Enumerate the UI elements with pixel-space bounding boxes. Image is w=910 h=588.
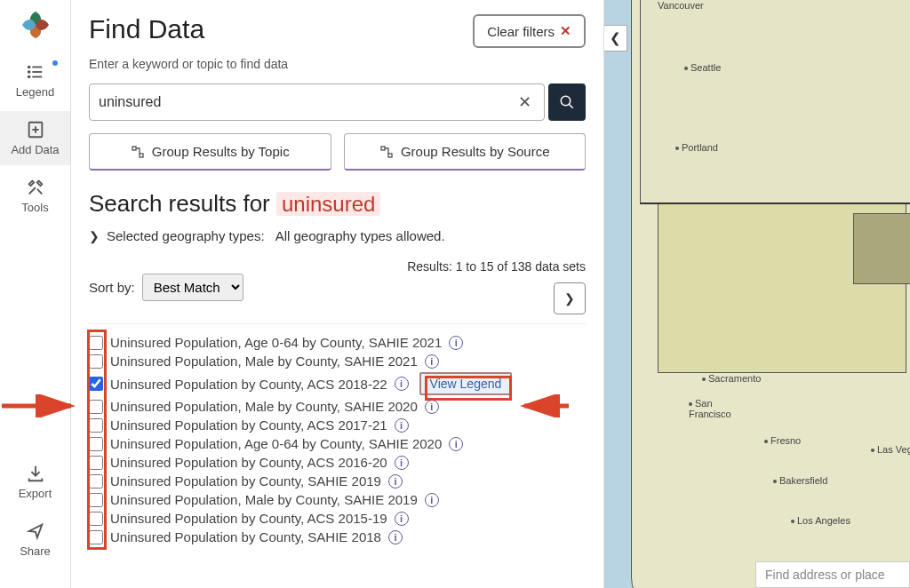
city-label: Portland <box>675 142 718 153</box>
list-item[interactable]: Uninsured Population, Male by County, SA… <box>89 352 586 370</box>
share-icon <box>26 521 45 541</box>
info-icon[interactable]: i <box>425 400 439 414</box>
result-checkbox[interactable] <box>89 437 103 451</box>
sort-label: Sort by: <box>89 280 135 295</box>
next-page-button[interactable]: ❯ <box>554 282 586 314</box>
svg-rect-11 <box>132 147 136 150</box>
group-by-topic-button[interactable]: Group Results by Topic <box>89 133 331 171</box>
result-checkbox[interactable] <box>89 418 103 433</box>
search-button[interactable] <box>548 83 586 121</box>
rail-share[interactable]: Share <box>0 513 70 567</box>
list-item[interactable]: Uninsured Population, Male by County, SA… <box>89 490 586 509</box>
result-label: Uninsured Population by County, ACS 2018… <box>110 377 387 392</box>
rail-share-label: Share <box>20 544 51 558</box>
left-rail: Legend Add Data Tools Export Share <box>0 0 71 588</box>
svg-point-3 <box>28 67 29 68</box>
result-label: Uninsured Population by County, SAHIE 20… <box>110 529 381 544</box>
geocoder-input[interactable]: Find address or place <box>755 561 910 588</box>
result-checkbox[interactable] <box>89 512 103 526</box>
svg-rect-13 <box>381 147 385 150</box>
list-item[interactable]: Uninsured Population by County, ACS 2018… <box>89 370 586 397</box>
list-item[interactable]: Uninsured Population by County, SAHIE 20… <box>89 472 586 490</box>
chevron-right-icon: ❯ <box>89 229 100 243</box>
info-icon[interactable]: i <box>395 418 409 433</box>
result-checkbox[interactable] <box>89 474 103 489</box>
info-icon[interactable]: i <box>449 336 463 350</box>
city-label: Bakersfield <box>773 475 827 486</box>
rail-tools[interactable]: Tools <box>0 169 70 223</box>
info-icon[interactable]: i <box>395 456 409 470</box>
download-icon <box>26 464 45 483</box>
info-icon[interactable]: i <box>425 354 439 369</box>
list-item[interactable]: Uninsured Population by County, ACS 2015… <box>89 509 586 528</box>
results-count: Results: 1 to 15 of 138 data sets <box>407 259 586 274</box>
result-checkbox[interactable] <box>89 456 103 470</box>
city-label: Sacramento <box>702 373 761 384</box>
page-title: Find Data <box>89 14 204 44</box>
group-by-source-button[interactable]: Group Results by Source <box>344 133 587 171</box>
list-item[interactable]: Uninsured Population, Age 0-64 by County… <box>89 434 586 453</box>
chevron-left-icon: ❮ <box>610 30 621 46</box>
collapse-panel-button[interactable]: ❮ <box>604 25 627 52</box>
result-label: Uninsured Population, Male by County, SA… <box>110 492 418 507</box>
info-icon[interactable]: i <box>425 493 439 507</box>
result-checkbox[interactable] <box>89 493 103 507</box>
hierarchy-icon <box>131 145 145 159</box>
close-icon: ✕ <box>560 23 571 39</box>
list-item[interactable]: Uninsured Population, Male by County, SA… <box>89 397 586 416</box>
list-icon <box>26 62 45 82</box>
result-checkbox[interactable] <box>89 336 103 350</box>
city-label: Vancouver <box>658 0 704 11</box>
list-item[interactable]: Uninsured Population by County, ACS 2016… <box>89 453 586 472</box>
rail-legend[interactable]: Legend <box>0 53 70 107</box>
svg-point-5 <box>28 76 29 78</box>
svg-point-9 <box>561 96 571 106</box>
city-label: Los Angeles <box>791 515 850 526</box>
clear-search-icon[interactable]: ✕ <box>515 92 535 112</box>
city-label: Fresno <box>764 435 801 446</box>
rail-add-data[interactable]: Add Data <box>0 111 70 165</box>
view-legend-button[interactable]: View Legend <box>419 372 513 395</box>
list-item[interactable]: Uninsured Population by County, SAHIE 20… <box>89 528 586 546</box>
result-label: Uninsured Population, Male by County, SA… <box>110 399 418 414</box>
rail-tools-label: Tools <box>21 201 48 214</box>
city-label: Las Vegas <box>871 444 910 455</box>
chevron-right-icon: ❯ <box>564 291 575 306</box>
info-icon[interactable]: i <box>388 474 403 489</box>
city-label: Seattle <box>684 62 721 73</box>
svg-point-4 <box>28 71 29 73</box>
info-icon[interactable]: i <box>449 437 463 451</box>
result-checkbox[interactable] <box>89 530 103 544</box>
results-list: Uninsured Population, Age 0-64 by County… <box>89 333 586 546</box>
result-label: Uninsured Population, Age 0-64 by County… <box>110 436 442 451</box>
search-input-wrap: ✕ <box>89 83 545 121</box>
list-item[interactable]: Uninsured Population, Age 0-64 by County… <box>89 333 586 352</box>
result-label: Uninsured Population, Age 0-64 by County… <box>110 335 442 350</box>
list-item[interactable]: Uninsured Population by County, ACS 2017… <box>89 416 586 434</box>
rail-export-label: Export <box>19 487 52 500</box>
search-icon <box>559 94 575 110</box>
result-label: Uninsured Population, Male by County, SA… <box>110 354 418 369</box>
city-label: San FranciscoFrancisco <box>689 409 731 419</box>
info-icon[interactable]: i <box>395 512 409 526</box>
svg-rect-12 <box>140 154 143 157</box>
app-logo <box>20 9 52 41</box>
rail-export[interactable]: Export <box>0 455 70 509</box>
result-checkbox[interactable] <box>89 377 103 391</box>
info-icon[interactable]: i <box>388 530 403 544</box>
sort-select[interactable]: Best Match <box>142 274 243 301</box>
svg-line-10 <box>569 104 573 108</box>
result-checkbox[interactable] <box>89 354 103 369</box>
add-document-icon <box>26 120 45 139</box>
search-input[interactable] <box>99 94 515 110</box>
info-icon[interactable]: i <box>395 377 409 391</box>
clear-filters-button[interactable]: Clear filters ✕ <box>473 14 586 48</box>
geography-filter-row[interactable]: ❯ Selected geography types: All geograph… <box>89 228 586 243</box>
result-checkbox[interactable] <box>89 400 103 414</box>
map-view[interactable]: ❮ Vancouver Seattle Portland Sacramento … <box>604 0 910 588</box>
result-label: Uninsured Population by County, ACS 2016… <box>110 455 387 470</box>
rail-legend-label: Legend <box>16 85 54 99</box>
rail-add-data-label: Add Data <box>11 143 59 156</box>
find-data-panel: Find Data Clear filters ✕ Enter a keywor… <box>71 0 604 588</box>
city-label: San <box>689 398 713 409</box>
